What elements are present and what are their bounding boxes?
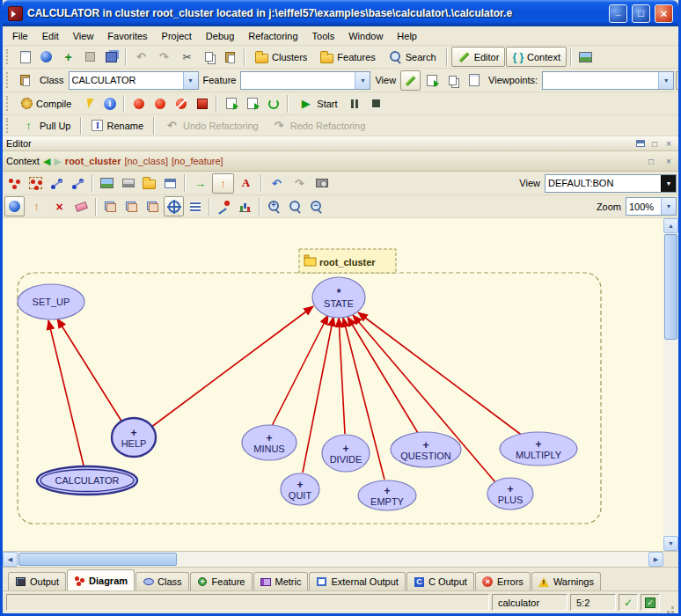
- clusters-button[interactable]: Clusters: [249, 47, 313, 67]
- client-link-HELP-STATE[interactable]: [150, 306, 313, 428]
- project-info-button[interactable]: i: [99, 93, 120, 114]
- new-document-button[interactable]: [15, 47, 35, 67]
- witness-button[interactable]: [242, 93, 262, 114]
- client-link-DIVIDE-STATE[interactable]: [339, 318, 345, 434]
- center-on-selection-button[interactable]: [164, 196, 184, 216]
- diagram-redo-button[interactable]: ↷: [289, 173, 311, 194]
- center-diagram-button[interactable]: ↑: [26, 196, 48, 216]
- menu-help[interactable]: Help: [391, 29, 423, 43]
- refresh-button[interactable]: [263, 93, 283, 114]
- open-diagram-button[interactable]: [139, 173, 159, 194]
- zoom-input[interactable]: [626, 198, 661, 215]
- save-all-button[interactable]: [101, 47, 121, 67]
- class-combo-dropdown[interactable]: ▼: [183, 72, 198, 89]
- context-cluster[interactable]: root_cluster: [65, 156, 121, 166]
- diagram-view-dropdown[interactable]: ▼: [661, 175, 676, 192]
- toolbar-grip[interactable]: [6, 118, 11, 132]
- viewpoints-extra-dropdown[interactable]: ▼: [676, 71, 681, 90]
- feature-input[interactable]: [241, 72, 355, 89]
- scroll-right-button[interactable]: ▶: [648, 552, 663, 567]
- vertical-scrollbar[interactable]: ▲ ▼: [663, 218, 678, 551]
- viewpoints-combo-dropdown[interactable]: ▼: [658, 72, 673, 89]
- horizontal-scroll-thumb[interactable]: [18, 553, 177, 566]
- finalize-button[interactable]: [150, 93, 170, 114]
- search-button[interactable]: Search: [383, 47, 443, 67]
- send-to-back-button[interactable]: [121, 196, 142, 216]
- feature-combo-dropdown[interactable]: ▼: [355, 72, 370, 89]
- menu-refactoring[interactable]: Refactoring: [242, 29, 304, 43]
- diagram-tool-button[interactable]: [575, 47, 596, 67]
- stop-button[interactable]: [366, 93, 386, 114]
- new-view-button[interactable]: [421, 70, 442, 91]
- new-diagram-window-button[interactable]: [160, 173, 180, 194]
- cut-button[interactable]: ✂: [176, 47, 198, 67]
- new-class-tool-button[interactable]: [4, 173, 25, 194]
- float-pane-icon[interactable]: [634, 138, 647, 150]
- stop-operation-button[interactable]: [80, 47, 100, 67]
- menu-project[interactable]: Project: [156, 29, 198, 43]
- tab-feature[interactable]: + Feature: [190, 572, 253, 590]
- horizontal-scrollbar[interactable]: ◀ ▶: [3, 552, 678, 568]
- editor-toggle-button[interactable]: Editor: [451, 47, 506, 67]
- diagram-view-input[interactable]: [546, 175, 661, 192]
- bring-to-front-button[interactable]: [100, 196, 121, 216]
- rename-button[interactable]: I Rename: [85, 115, 150, 136]
- menu-view[interactable]: View: [67, 29, 100, 43]
- menu-tools[interactable]: Tools: [306, 29, 341, 43]
- delete-item-button[interactable]: ×: [48, 196, 70, 216]
- execution-profile-button[interactable]: [221, 93, 241, 114]
- title-bar[interactable]: CALCULATOR in cluster root_cluster locat…: [3, 0, 678, 26]
- menu-file[interactable]: File: [6, 29, 34, 43]
- depth-up-button[interactable]: ↑: [212, 173, 234, 194]
- statistics-button[interactable]: [235, 196, 255, 216]
- vertical-scroll-thumb[interactable]: [664, 234, 677, 340]
- tab-class[interactable]: Class: [135, 572, 189, 590]
- history-forward-icon[interactable]: ▶: [54, 156, 61, 167]
- paste-button[interactable]: [220, 47, 240, 67]
- tab-diagram[interactable]: Diagram: [67, 569, 135, 590]
- redo-refactoring-button[interactable]: ↷ Redo Refactoring: [266, 115, 372, 136]
- flat-view-button[interactable]: [443, 70, 463, 91]
- undo-refactoring-button[interactable]: ↶ Undo Refactoring: [158, 115, 265, 136]
- close-context-icon[interactable]: ×: [663, 156, 675, 167]
- close-button[interactable]: ×: [655, 4, 673, 23]
- toolbar-grip[interactable]: [6, 49, 11, 65]
- bon-class-diagram[interactable]: root_clusterSET_UP*STATE+HELPCALCULATOR+…: [3, 218, 663, 551]
- cancel-compile-button[interactable]: [171, 93, 191, 114]
- resize-grip[interactable]: [663, 594, 675, 611]
- freeze-button[interactable]: [128, 93, 149, 114]
- c-compile-button[interactable]: [192, 93, 212, 114]
- tab-metric[interactable]: Metric: [253, 572, 309, 590]
- maximize-context-icon[interactable]: □: [645, 156, 657, 167]
- tab-errors[interactable]: × Errors: [475, 572, 531, 590]
- history-back-icon[interactable]: ◀: [43, 156, 50, 167]
- redo-button[interactable]: ↷: [153, 47, 175, 67]
- zoom-out-button[interactable]: −: [306, 196, 326, 216]
- menu-favorites[interactable]: Favorites: [101, 29, 153, 43]
- edit-view-button[interactable]: [400, 70, 421, 91]
- show-relations-button[interactable]: [214, 196, 234, 216]
- relayout-button[interactable]: [143, 196, 163, 216]
- compile-button[interactable]: Compile: [15, 93, 77, 114]
- scroll-left-button[interactable]: ◀: [3, 552, 18, 567]
- snapshot-button[interactable]: [311, 173, 332, 194]
- menu-debug[interactable]: Debug: [200, 29, 240, 43]
- pause-button[interactable]: [345, 93, 365, 114]
- client-link-HELP-SET_UP[interactable]: [57, 319, 122, 422]
- start-button[interactable]: ▶ Start: [292, 93, 343, 114]
- class-input[interactable]: [70, 72, 183, 89]
- diagram-canvas[interactable]: root_clusterSET_UP*STATE+HELPCALCULATOR+…: [3, 218, 678, 552]
- maximize-button[interactable]: □: [632, 4, 650, 23]
- tab-warnings[interactable]: Warnings: [531, 572, 601, 590]
- maximize-pane-icon[interactable]: □: [648, 138, 661, 150]
- force-layout-button[interactable]: [4, 196, 25, 216]
- menu-window[interactable]: Window: [342, 29, 389, 43]
- text-labels-button[interactable]: A: [235, 173, 257, 194]
- tab-c-output[interactable]: C C Output: [406, 572, 474, 590]
- context-toggle-button[interactable]: { } Context: [506, 47, 567, 67]
- contract-view-button[interactable]: [464, 70, 484, 91]
- toolbar-grip[interactable]: [6, 96, 11, 112]
- minimize-button[interactable]: _: [609, 4, 627, 23]
- client-link-tool-button[interactable]: [47, 173, 67, 194]
- tab-external-output[interactable]: External Output: [309, 572, 405, 590]
